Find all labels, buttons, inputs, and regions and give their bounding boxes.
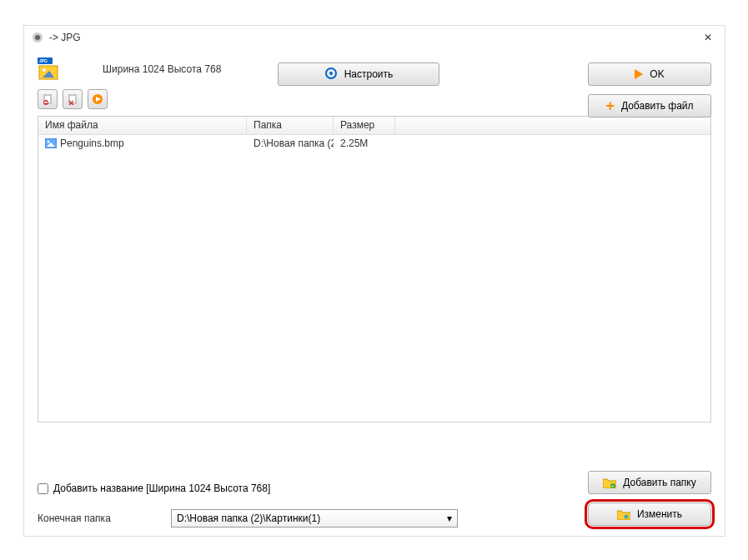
arrow-right-icon (635, 69, 643, 79)
dialog-window: -> JPG ✕ JPG Ширина 1024 Высота 768 Наст… (23, 25, 725, 537)
add-title-label: Добавить название [Ширина 1024 Высота 76… (53, 482, 270, 494)
add-file-button[interactable]: + Добавить файл (588, 94, 711, 118)
change-button-label: Изменить (637, 508, 682, 520)
gear-icon (324, 67, 338, 82)
remove-item-button[interactable] (38, 89, 58, 109)
table-header: Имя файла Папка Размер (38, 117, 710, 135)
column-header-size[interactable]: Размер (334, 117, 395, 134)
svg-point-22 (624, 514, 628, 518)
jpg-format-icon: JPG (38, 58, 61, 81)
file-folder-cell: D:\Новая папка (2) (247, 136, 334, 151)
ok-button-label: OK (650, 68, 664, 80)
destination-value: D:\Новая папка (2)\Картинки(1) (177, 512, 320, 524)
close-button[interactable]: ✕ (698, 28, 718, 48)
table-body[interactable]: Penguins.bmp D:\Новая папка (2) 2.25M (38, 135, 710, 422)
svg-point-5 (43, 68, 46, 72)
folder-change-icon (617, 509, 630, 520)
file-table: Имя файла Папка Размер Penguins.bmp D:\Н… (38, 116, 711, 422)
svg-rect-11 (44, 102, 48, 103)
settings-button[interactable]: Настроить (278, 62, 439, 86)
add-title-checkbox[interactable] (38, 483, 48, 494)
app-icon (31, 31, 44, 44)
column-header-folder[interactable]: Папка (247, 117, 334, 134)
file-size-cell: 2.25M (334, 136, 395, 151)
ok-button[interactable]: OK (588, 62, 711, 86)
window-title: -> JPG (49, 32, 698, 43)
svg-point-18 (48, 141, 50, 143)
add-file-button-label: Добавить файл (621, 100, 694, 112)
folder-add-icon: + (603, 478, 616, 488)
destination-dropdown[interactable]: D:\Новая папка (2)\Картинки(1) ▾ (171, 509, 458, 528)
column-header-name[interactable]: Имя файла (38, 117, 247, 134)
titlebar: -> JPG ✕ (24, 26, 725, 49)
table-row[interactable]: Penguins.bmp D:\Новая папка (2) 2.25M (38, 135, 710, 152)
plus-icon: + (605, 98, 615, 115)
svg-point-8 (329, 72, 333, 75)
file-name-cell: Penguins.bmp (60, 138, 124, 149)
settings-button-label: Настроить (344, 68, 394, 80)
add-folder-button-label: Добавить папку (623, 477, 695, 488)
column-header-spacer (395, 117, 710, 134)
add-folder-button[interactable]: + Добавить папку (588, 471, 711, 494)
play-button[interactable] (88, 89, 108, 109)
destination-label: Конечная папка (38, 512, 161, 524)
image-file-icon (45, 138, 57, 148)
svg-text:JPG: JPG (39, 58, 48, 63)
chevron-down-icon: ▾ (447, 512, 452, 524)
svg-point-1 (35, 35, 40, 40)
svg-text:+: + (611, 483, 614, 488)
dimensions-label: Ширина 1024 Высота 768 (103, 63, 221, 75)
change-button[interactable]: Изменить (588, 502, 711, 526)
clear-list-button[interactable] (63, 89, 83, 109)
